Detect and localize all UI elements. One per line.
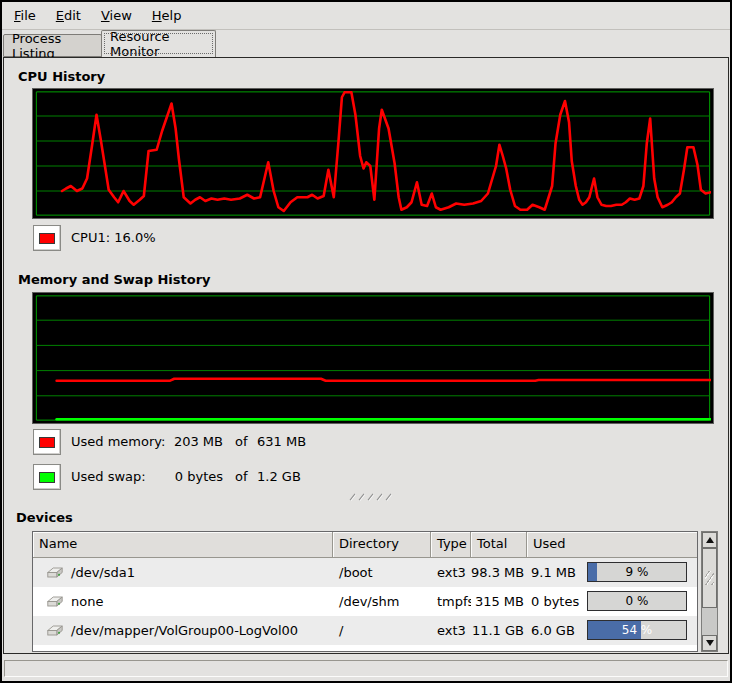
- device-type: ext3: [431, 558, 471, 587]
- swap-of-text: of: [235, 464, 248, 490]
- table-row[interactable]: /dev/sda1 /boot ext3 98.3 MB 9.1 MB 9 %: [33, 558, 697, 587]
- cpu-legend-row: CPU1: 16.0%: [33, 225, 333, 252]
- devices-vertical-scrollbar[interactable]: [701, 531, 718, 652]
- status-bar: [4, 660, 728, 677]
- memory-total-value: 631 MB: [257, 429, 306, 455]
- swap-used-value: 0 bytes: [133, 464, 223, 490]
- cpu-history-graph: [32, 88, 714, 219]
- usage-percent-label: 9 %: [588, 563, 686, 581]
- usage-percent-label: 54 %: [588, 621, 686, 639]
- system-monitor-window: File Edit View Help Process Listing Reso…: [0, 0, 732, 683]
- devices-table: Name Directory Type Total Used /dev/sda1…: [32, 531, 698, 652]
- device-type: tmpfs: [431, 587, 471, 616]
- devices-title: Devices: [16, 510, 73, 525]
- table-row[interactable]: /dev/mapper/VolGroup00-LogVol00 / ext3 1…: [33, 616, 697, 645]
- menu-edit[interactable]: Edit: [46, 4, 91, 27]
- device-total: 98.3 MB: [471, 558, 527, 587]
- device-type: ext3: [431, 616, 471, 645]
- resource-monitor-page: CPU History CPU1: 16.0% Memory and Swap …: [3, 57, 729, 654]
- usage-progress-bar: 0 %: [587, 591, 687, 611]
- scroll-up-button[interactable]: [702, 532, 717, 548]
- column-header-used[interactable]: Used: [527, 532, 697, 558]
- pane-resize-grip[interactable]: [343, 492, 397, 501]
- cpu-history-plot: [35, 91, 711, 216]
- usage-percent-label: 0 %: [588, 592, 686, 610]
- device-directory: /dev/shm: [333, 587, 431, 616]
- tab-strip: Process Listing Resource Monitor: [2, 30, 730, 57]
- device-used: 9.1 MB: [531, 565, 576, 580]
- device-name: /dev/sda1: [71, 558, 135, 587]
- column-header-name[interactable]: Name: [33, 532, 333, 558]
- scroll-down-button[interactable]: [702, 635, 717, 651]
- drive-icon: [46, 594, 64, 609]
- memory-used-value: 203 MB: [133, 429, 223, 455]
- device-total: 11.1 GB: [471, 616, 527, 645]
- menu-view[interactable]: View: [91, 4, 142, 27]
- memory-history-title: Memory and Swap History: [18, 272, 211, 287]
- device-name: none: [71, 587, 103, 616]
- menu-help[interactable]: Help: [142, 4, 192, 27]
- cpu-legend-label: CPU1: 16.0%: [71, 225, 156, 251]
- usage-progress-bar: 9 %: [587, 562, 687, 582]
- usage-progress-bar: 54 %: [587, 620, 687, 640]
- column-header-directory[interactable]: Directory: [333, 532, 431, 558]
- swap-color-chip: [39, 472, 55, 483]
- menu-file[interactable]: File: [4, 4, 46, 27]
- column-header-total[interactable]: Total: [471, 532, 527, 558]
- swap-color-button[interactable]: [33, 464, 61, 490]
- table-row[interactable]: none /dev/shm tmpfs 315 MB 0 bytes 0 %: [33, 587, 697, 616]
- tab-process-listing[interactable]: Process Listing: [3, 34, 102, 57]
- device-used: 6.0 GB: [531, 623, 575, 638]
- column-header-type[interactable]: Type: [431, 532, 471, 558]
- scrollbar-grip-icon: [705, 571, 714, 585]
- cpu-color-button[interactable]: [33, 225, 61, 251]
- drive-icon: [46, 565, 64, 580]
- memory-legend-row: Used memory: 203 MB of 631 MB: [33, 429, 373, 456]
- device-name: /dev/mapper/VolGroup00-LogVol00: [71, 616, 298, 645]
- swap-total-value: 1.2 GB: [257, 464, 301, 490]
- device-total: 315 MB: [471, 587, 527, 616]
- drive-icon: [46, 623, 64, 638]
- device-directory: /boot: [333, 558, 431, 587]
- device-used: 0 bytes: [531, 594, 579, 609]
- memory-color-chip: [39, 437, 55, 448]
- cpu-history-title: CPU History: [18, 69, 105, 84]
- arrow-down-icon: [706, 640, 714, 646]
- swap-legend-row: Used swap: 0 bytes of 1.2 GB: [33, 464, 373, 491]
- menu-bar: File Edit View Help: [2, 2, 730, 30]
- memory-color-button[interactable]: [33, 429, 61, 455]
- arrow-up-icon: [706, 537, 714, 543]
- tab-resource-monitor[interactable]: Resource Monitor: [101, 30, 216, 57]
- memory-history-plot: [35, 295, 711, 421]
- memory-history-graph: [32, 292, 714, 424]
- memory-of-text: of: [235, 429, 248, 455]
- devices-table-header: Name Directory Type Total Used: [33, 532, 697, 558]
- scrollbar-thumb[interactable]: [702, 548, 717, 608]
- device-directory: /: [333, 616, 431, 645]
- cpu-color-chip: [39, 233, 55, 244]
